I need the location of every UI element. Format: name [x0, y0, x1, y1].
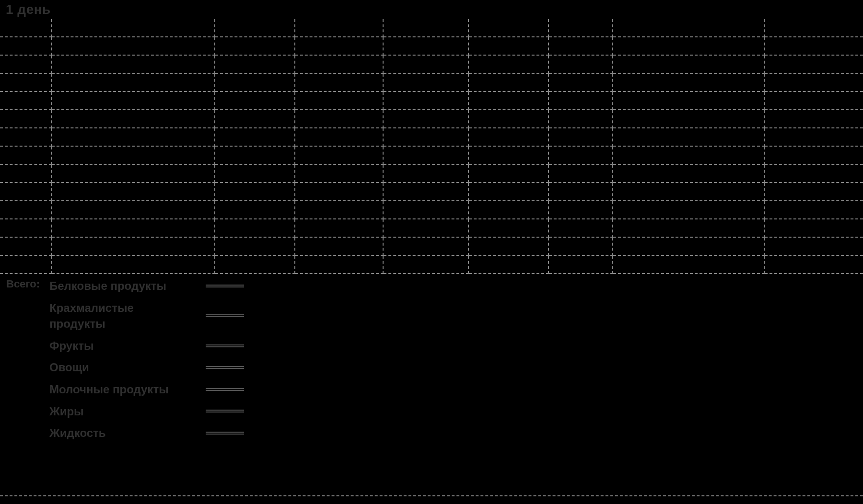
- grid-cell[interactable]: [765, 238, 863, 256]
- grid-cell[interactable]: [469, 92, 549, 110]
- grid-cell[interactable]: [765, 256, 863, 274]
- grid-cell[interactable]: [0, 37, 52, 56]
- grid-cell[interactable]: [52, 201, 215, 219]
- grid-cell[interactable]: [765, 92, 863, 110]
- grid-cell[interactable]: [613, 238, 765, 256]
- grid-cell[interactable]: [0, 128, 52, 147]
- grid-cell[interactable]: [52, 147, 215, 165]
- grid-cell[interactable]: [0, 238, 52, 256]
- grid-cell[interactable]: [613, 110, 765, 128]
- grid-cell[interactable]: [215, 56, 295, 74]
- grid-cell[interactable]: [549, 147, 613, 165]
- grid-cell[interactable]: [613, 19, 765, 37]
- grid-cell[interactable]: [52, 37, 215, 56]
- grid-cell[interactable]: [295, 165, 384, 183]
- total-value-blank[interactable]: [189, 336, 260, 356]
- grid-cell[interactable]: [0, 74, 52, 92]
- grid-cell[interactable]: [765, 74, 863, 92]
- grid-cell[interactable]: [215, 219, 295, 238]
- total-value-blank[interactable]: [189, 423, 260, 443]
- grid-cell[interactable]: [469, 19, 549, 37]
- grid-cell[interactable]: [295, 37, 384, 56]
- grid-cell[interactable]: [384, 165, 469, 183]
- grid-cell[interactable]: [469, 183, 549, 201]
- grid-cell[interactable]: [469, 128, 549, 147]
- grid-cell[interactable]: [215, 165, 295, 183]
- grid-cell[interactable]: [215, 37, 295, 56]
- total-value-blank[interactable]: [189, 401, 260, 422]
- grid-cell[interactable]: [215, 238, 295, 256]
- grid-cell[interactable]: [215, 19, 295, 37]
- grid-cell[interactable]: [52, 128, 215, 147]
- grid-cell[interactable]: [549, 256, 613, 274]
- grid-cell[interactable]: [215, 201, 295, 219]
- grid-cell[interactable]: [549, 201, 613, 219]
- grid-cell[interactable]: [469, 219, 549, 238]
- grid-cell[interactable]: [0, 147, 52, 165]
- grid-cell[interactable]: [295, 183, 384, 201]
- grid-cell[interactable]: [0, 219, 52, 238]
- grid-cell[interactable]: [469, 37, 549, 56]
- grid-cell[interactable]: [215, 256, 295, 274]
- grid-cell[interactable]: [52, 56, 215, 74]
- grid-cell[interactable]: [549, 165, 613, 183]
- grid-cell[interactable]: [469, 74, 549, 92]
- grid-cell[interactable]: [295, 256, 384, 274]
- grid-cell[interactable]: [765, 56, 863, 74]
- grid-cell[interactable]: [469, 256, 549, 274]
- grid-cell[interactable]: [613, 128, 765, 147]
- grid-cell[interactable]: [765, 19, 863, 37]
- grid-cell[interactable]: [613, 56, 765, 74]
- grid-cell[interactable]: [613, 201, 765, 219]
- grid-cell[interactable]: [613, 183, 765, 201]
- grid-cell[interactable]: [469, 56, 549, 74]
- grid-cell[interactable]: [384, 19, 469, 37]
- grid-cell[interactable]: [469, 165, 549, 183]
- grid-cell[interactable]: [549, 238, 613, 256]
- grid-cell[interactable]: [0, 256, 52, 274]
- grid-cell[interactable]: [295, 219, 384, 238]
- grid-cell[interactable]: [215, 147, 295, 165]
- grid-cell[interactable]: [765, 165, 863, 183]
- grid-cell[interactable]: [52, 19, 215, 37]
- grid-cell[interactable]: [384, 201, 469, 219]
- grid-cell[interactable]: [613, 165, 765, 183]
- grid-cell[interactable]: [0, 201, 52, 219]
- grid-cell[interactable]: [765, 128, 863, 147]
- grid-cell[interactable]: [295, 110, 384, 128]
- grid-cell[interactable]: [613, 37, 765, 56]
- grid-cell[interactable]: [549, 219, 613, 238]
- grid-cell[interactable]: [52, 183, 215, 201]
- total-value-blank[interactable]: [189, 379, 260, 400]
- grid-cell[interactable]: [549, 128, 613, 147]
- total-value-blank[interactable]: [189, 357, 260, 378]
- grid-cell[interactable]: [384, 183, 469, 201]
- grid-cell[interactable]: [549, 92, 613, 110]
- grid-cell[interactable]: [613, 74, 765, 92]
- grid-cell[interactable]: [384, 238, 469, 256]
- grid-cell[interactable]: [765, 183, 863, 201]
- grid-cell[interactable]: [0, 165, 52, 183]
- grid-cell[interactable]: [549, 74, 613, 92]
- grid-cell[interactable]: [0, 183, 52, 201]
- grid-cell[interactable]: [384, 128, 469, 147]
- grid-cell[interactable]: [384, 110, 469, 128]
- grid-cell[interactable]: [765, 219, 863, 238]
- grid-cell[interactable]: [469, 110, 549, 128]
- grid-cell[interactable]: [52, 219, 215, 238]
- grid-cell[interactable]: [613, 256, 765, 274]
- grid-cell[interactable]: [765, 110, 863, 128]
- grid-cell[interactable]: [384, 147, 469, 165]
- grid-cell[interactable]: [0, 56, 52, 74]
- grid-cell[interactable]: [52, 256, 215, 274]
- grid-cell[interactable]: [613, 92, 765, 110]
- grid-cell[interactable]: [295, 147, 384, 165]
- grid-cell[interactable]: [469, 147, 549, 165]
- grid-cell[interactable]: [0, 92, 52, 110]
- grid-cell[interactable]: [469, 201, 549, 219]
- grid-cell[interactable]: [384, 92, 469, 110]
- grid-cell[interactable]: [0, 19, 52, 37]
- grid-cell[interactable]: [215, 183, 295, 201]
- grid-cell[interactable]: [215, 128, 295, 147]
- grid-cell[interactable]: [549, 110, 613, 128]
